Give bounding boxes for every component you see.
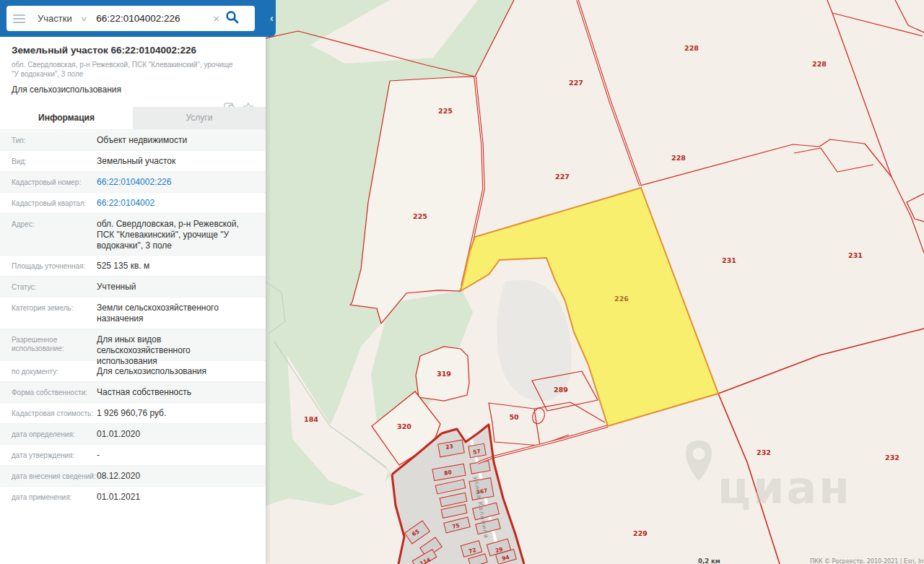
info-row: Форма собственности:Частная собственност… bbox=[0, 381, 266, 402]
parcel-label-227: 227 bbox=[555, 173, 570, 181]
cadastral-map[interactable]: циан225227228228228227225231231226319289… bbox=[266, 0, 924, 564]
parcel-label-231: 231 bbox=[848, 251, 863, 259]
info-row-value: Земельный участок bbox=[97, 151, 251, 167]
info-panel: Участки ∨ × ‹ Земельный участок 66:22:01… bbox=[0, 0, 266, 564]
info-row: Площадь уточненная:525 135 кв. м bbox=[0, 255, 266, 276]
info-row: дата утверждения:- bbox=[0, 444, 266, 465]
parcel-label-232: 232 bbox=[885, 454, 899, 461]
info-row-value: - bbox=[97, 445, 251, 461]
info-row-value: 08.12.2020 bbox=[97, 466, 251, 482]
search-category-dropdown[interactable]: Участки bbox=[38, 13, 72, 24]
info-row: Кадастровый номер:66:22:0104002:226 bbox=[0, 171, 266, 192]
chevron-down-icon[interactable]: ∨ bbox=[80, 15, 88, 22]
info-row-value[interactable]: 66:22:0104002:226 bbox=[97, 172, 251, 188]
info-row-value: Частная собственность bbox=[97, 382, 251, 398]
info-row: дата внесения сведений:08.12.2020 bbox=[0, 465, 266, 486]
collapse-panel-button[interactable]: ‹ bbox=[270, 12, 274, 24]
info-row-value: 01.01.2021 bbox=[97, 487, 251, 503]
info-row-label: Разрешенное использование: bbox=[12, 329, 97, 353]
info-row-value: 01.01.2020 bbox=[97, 424, 251, 440]
parcel-label-225: 225 bbox=[413, 212, 427, 220]
info-row-value: Земли сельскохозяйственного назначения bbox=[97, 298, 251, 324]
parcel-label-289: 289 bbox=[554, 386, 568, 394]
info-row-label: Адрес: bbox=[12, 214, 97, 229]
info-row-label: Форма собственности: bbox=[12, 382, 97, 397]
parcel-label-50: 50 bbox=[509, 413, 519, 421]
tabs: ИнформацияУслуги bbox=[0, 107, 266, 129]
house-number-label: 23 bbox=[445, 443, 454, 451]
parcel-label-228: 228 bbox=[684, 44, 699, 52]
parcel-address-short: обл. Свердловская, р-н Режевской, ПСК "К… bbox=[12, 60, 235, 79]
info-row-label: Кадастровый номер: bbox=[12, 172, 97, 187]
info-row-value: 1 926 960,76 руб. bbox=[97, 403, 251, 419]
info-row-value: Для сельхозиспользования bbox=[97, 361, 251, 377]
info-row-value[interactable]: 66:22:0104002 bbox=[97, 193, 251, 209]
info-row-label: Кадастровый квартал: bbox=[12, 193, 97, 208]
info-row-value: Учтенный bbox=[97, 277, 251, 292]
info-row: Вид:Земельный участок bbox=[0, 150, 266, 171]
scale-label: 0,2 км bbox=[698, 558, 720, 564]
info-row-label: Категория земель: bbox=[12, 298, 97, 313]
info-row-label: по документу: bbox=[12, 361, 97, 376]
parcel-label-184: 184 bbox=[304, 415, 318, 423]
parcel-label-228: 228 bbox=[671, 154, 686, 162]
info-row: Кадастровый квартал:66:22:0104002 bbox=[0, 192, 266, 213]
info-row: Адрес:обл. Свердловская, р-н Режевской, … bbox=[0, 213, 266, 255]
info-row: Тип:Объект недвижимости bbox=[0, 129, 266, 150]
tab-Информация[interactable]: Информация bbox=[0, 107, 133, 129]
parcel-label-226: 226 bbox=[614, 295, 629, 303]
parcel-label-228: 228 bbox=[812, 60, 827, 68]
info-row-label: Вид: bbox=[12, 151, 97, 166]
info-row: дата применения:01.01.2021 bbox=[0, 486, 266, 507]
parcel-usage: Для сельхозиспользования bbox=[12, 84, 254, 95]
info-row-label: Тип: bbox=[12, 130, 97, 145]
cian-watermark: циан bbox=[718, 461, 852, 514]
search-box: Участки ∨ × bbox=[6, 6, 255, 31]
info-row-value: 525 135 кв. м bbox=[97, 256, 251, 272]
map-attribution: ПКК © Росреестр, 2010-2021 | Esri, Inte bbox=[810, 558, 924, 564]
map-canvas[interactable]: циан225227228228228227225231231226319289… bbox=[266, 0, 924, 564]
info-row-label: дата применения: bbox=[12, 487, 97, 502]
parcel-card-header: Земельный участок 66:22:0104002:226 обл.… bbox=[0, 37, 266, 116]
info-row-label: Статус: bbox=[12, 277, 97, 292]
parcel-label-320: 320 bbox=[397, 422, 411, 430]
search-bar: Участки ∨ × ‹ bbox=[0, 0, 276, 37]
info-row-label: дата утверждения: bbox=[12, 445, 97, 460]
info-row-label: дата определения: bbox=[12, 424, 97, 439]
menu-icon[interactable] bbox=[13, 12, 25, 25]
parcel-label-229: 229 bbox=[633, 529, 648, 537]
info-row: Категория земель:Земли сельскохозяйствен… bbox=[0, 297, 266, 329]
info-row-label: Площадь уточненная: bbox=[12, 256, 97, 271]
clear-search-icon[interactable]: × bbox=[213, 12, 219, 25]
search-icon[interactable] bbox=[225, 10, 239, 27]
app: циан225227228228228227225231231226319289… bbox=[0, 0, 924, 564]
info-table: Тип:Объект недвижимостиВид:Земельный уча… bbox=[0, 129, 266, 507]
info-row: дата определения:01.01.2020 bbox=[0, 423, 266, 444]
parcel-label-227: 227 bbox=[569, 79, 583, 87]
house-number-label: 80 bbox=[444, 469, 453, 477]
info-row: по документу:Для сельхозиспользования bbox=[0, 360, 266, 381]
info-row-label: дата внесения сведений: bbox=[12, 466, 97, 481]
info-row: Статус:Учтенный bbox=[0, 276, 266, 297]
info-row: Разрешенное использование:Для иных видов… bbox=[0, 329, 266, 360]
search-input[interactable] bbox=[96, 13, 212, 24]
parcel-label-232: 232 bbox=[757, 448, 771, 456]
info-row: Кадастровая стоимость:1 926 960,76 руб. bbox=[0, 402, 266, 423]
info-row-value: обл. Свердловская, р-н Режевской, ПСК "К… bbox=[97, 214, 251, 251]
parcel-title: Земельный участок 66:22:0104002:226 bbox=[12, 45, 254, 56]
info-row-label: Кадастровая стоимость: bbox=[12, 403, 97, 418]
tab-Услуги[interactable]: Услуги bbox=[133, 107, 266, 129]
info-row-value: Объект недвижимости bbox=[97, 130, 251, 146]
house-number-label: 57 bbox=[473, 448, 481, 456]
parcel-label-319: 319 bbox=[437, 370, 451, 378]
parcel-label-231: 231 bbox=[722, 256, 736, 264]
parcel-label-225: 225 bbox=[438, 107, 453, 115]
